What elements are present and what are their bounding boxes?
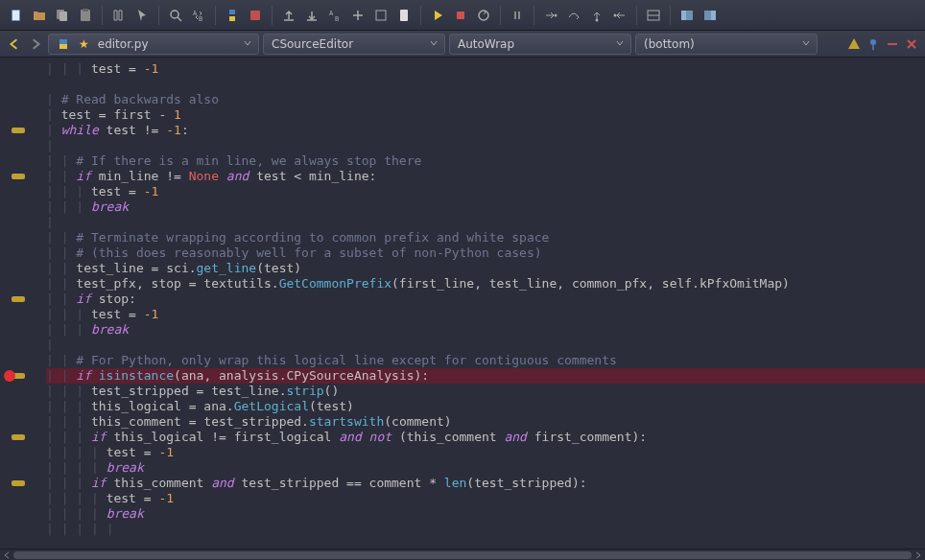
box-icon[interactable] — [370, 5, 391, 26]
code-line[interactable]: | | | test_stripped = test_line.strip() — [46, 384, 925, 399]
cursor-icon[interactable] — [131, 5, 153, 26]
new-file-icon[interactable] — [6, 5, 27, 26]
code-line[interactable]: | | | test = -1 — [46, 184, 925, 199]
chevron-down-icon — [801, 37, 811, 51]
editor-area: | | | test = -1| # Read backwards also| … — [0, 58, 925, 548]
svg-rect-10 — [250, 11, 260, 20]
separator — [636, 6, 637, 25]
wrap-label: AutoWrap — [458, 37, 609, 51]
code-line[interactable]: | | | | break — [46, 506, 925, 522]
fold-marker-icon[interactable] — [12, 434, 25, 440]
warning-icon[interactable] — [846, 36, 862, 52]
step-into-icon[interactable] — [540, 5, 561, 26]
code-line[interactable]: | | # Terminate wrapping according to co… — [46, 230, 925, 245]
fold-marker-icon[interactable] — [12, 296, 25, 302]
nav-back-icon[interactable] — [6, 35, 23, 53]
file-dropdown[interactable]: ★ editor.py — [48, 34, 259, 55]
code-line[interactable]: | | if stop: — [46, 292, 925, 307]
stop-script-icon[interactable] — [245, 5, 266, 26]
pin-icon[interactable] — [866, 36, 881, 52]
minimize-icon[interactable] — [885, 36, 900, 52]
chevron-down-icon — [243, 37, 252, 51]
editor-type-label: CSourceEditor — [272, 37, 423, 51]
code-line[interactable]: | | | if this_comment and test_stripped … — [46, 476, 925, 491]
step-over-icon[interactable] — [563, 5, 584, 26]
breakpoint-icon[interactable] — [4, 370, 15, 382]
stop-icon[interactable] — [450, 5, 471, 26]
tabbar-status — [846, 36, 919, 52]
replace-icon[interactable]: AB — [188, 5, 209, 26]
svg-rect-3 — [59, 12, 67, 21]
code-line[interactable]: | | # If there is a min line, we always … — [46, 153, 925, 169]
paste-icon[interactable] — [75, 5, 96, 26]
separator — [500, 6, 501, 25]
svg-text:A: A — [329, 10, 334, 17]
editor-type-dropdown[interactable]: CSourceEditor — [263, 34, 445, 55]
svg-point-28 — [870, 39, 876, 45]
wrap-dropdown[interactable]: AutoWrap — [449, 34, 631, 55]
separator — [215, 6, 216, 25]
python-icon[interactable] — [222, 5, 243, 26]
fold-marker-icon[interactable] — [12, 174, 25, 179]
code-line[interactable]: | | | test = -1 — [46, 61, 925, 77]
code-line[interactable]: | | | | test = -1 — [46, 445, 925, 460]
pause-icon[interactable] — [507, 5, 528, 26]
code-line[interactable]: | | # For Python, only wrap this logical… — [46, 353, 925, 368]
code-line[interactable]: | | if isinstance(ana, analysis.CPySourc… — [46, 368, 925, 384]
code-line[interactable]: | — [46, 338, 925, 353]
code-line[interactable]: | — [46, 138, 925, 153]
fold-marker-icon[interactable] — [12, 480, 25, 486]
scroll-right-icon[interactable] — [912, 549, 925, 560]
copy-icon[interactable] — [52, 5, 73, 26]
code-line[interactable]: | | | test = -1 — [46, 307, 925, 322]
scroll-left-icon[interactable] — [0, 549, 13, 560]
search-icon[interactable] — [165, 5, 186, 26]
code-line[interactable]: | | | break — [46, 199, 925, 215]
code-line[interactable]: | | | this_comment = test_stripped.start… — [46, 414, 925, 430]
code-line[interactable]: | | | break — [46, 322, 925, 338]
gutter[interactable] — [0, 58, 42, 548]
separator — [420, 6, 421, 25]
svg-rect-15 — [457, 12, 464, 19]
download-icon[interactable] — [301, 5, 322, 26]
code-line[interactable] — [46, 77, 925, 92]
code-line[interactable]: | | | this_logical = ana.GetLogical(test… — [46, 399, 925, 414]
position-dropdown[interactable]: (bottom) — [635, 34, 818, 55]
code-line[interactable]: | | # (this does reasonably well for a s… — [46, 245, 925, 261]
code-line[interactable]: | | | | break — [46, 460, 925, 476]
fold-marker-icon[interactable] — [12, 128, 25, 133]
svg-point-21 — [614, 13, 617, 16]
code-line[interactable]: | # Read backwards also — [46, 92, 925, 107]
code-line[interactable]: | while test != -1: — [46, 123, 925, 138]
close-icon[interactable] — [904, 36, 919, 52]
separator — [534, 6, 534, 25]
restart-icon[interactable] — [473, 5, 494, 26]
panels-icon[interactable] — [643, 5, 664, 26]
layout-a-icon[interactable] — [676, 5, 698, 26]
upload-icon[interactable] — [278, 5, 299, 26]
horizontal-scrollbar[interactable] — [0, 548, 925, 560]
find-replace-icon[interactable]: AB — [324, 5, 345, 26]
code-line[interactable]: | | if min_line != None and test < min_l… — [46, 169, 925, 184]
code-line[interactable]: | — [46, 215, 925, 230]
nav-forward-icon[interactable] — [27, 35, 44, 53]
scrollbar-thumb[interactable] — [13, 551, 912, 559]
separator — [158, 6, 159, 25]
layout-b-icon[interactable] — [700, 5, 721, 26]
page-icon[interactable] — [393, 5, 415, 26]
step-return-icon[interactable] — [609, 5, 630, 26]
code-area[interactable]: | | | test = -1| # Read backwards also| … — [42, 58, 925, 548]
step-out-icon[interactable] — [586, 5, 607, 26]
code-line[interactable]: | | test_line = sci.get_line(test) — [46, 261, 925, 276]
play-icon[interactable] — [427, 5, 448, 26]
open-folder-icon[interactable] — [29, 5, 50, 26]
code-line[interactable]: | test = first - 1 — [46, 107, 925, 123]
indent-icon[interactable] — [108, 5, 130, 26]
code-line[interactable]: | | | | test = -1 — [46, 491, 925, 506]
svg-rect-17 — [514, 12, 516, 19]
svg-text:B: B — [199, 15, 202, 23]
code-line[interactable]: | | | | | — [46, 522, 925, 537]
add-icon[interactable] — [347, 5, 368, 26]
code-line[interactable]: | | | if this_logical != first_logical a… — [46, 430, 925, 445]
code-line[interactable]: | | test_pfx, stop = textutils.GetCommon… — [46, 276, 925, 292]
